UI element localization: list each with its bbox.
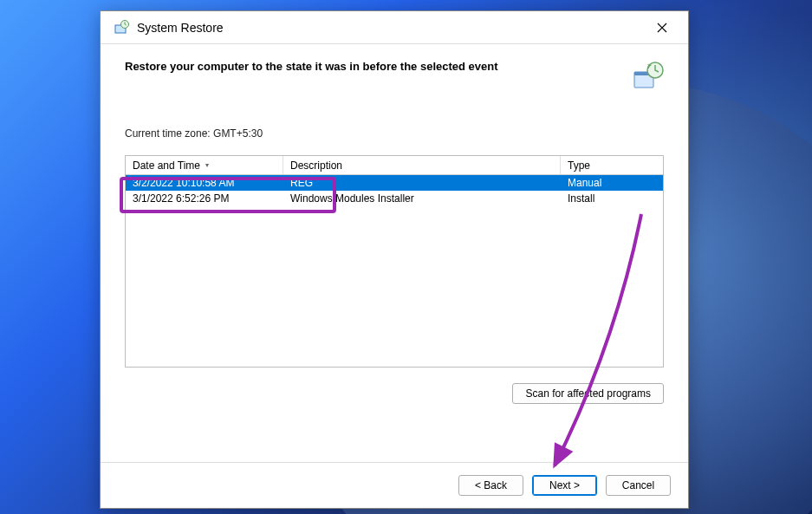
system-restore-dialog: System Restore Restore your computer to … (100, 10, 689, 509)
close-button[interactable] (645, 15, 679, 41)
dialog-heading: Restore your computer to the state it wa… (125, 60, 631, 73)
restore-point-row[interactable]: 3/2/2022 10:10:58 AM REG Manual (126, 175, 663, 191)
restore-big-icon (631, 60, 664, 93)
cell-datetime: 3/1/2022 6:52:26 PM (126, 191, 283, 206)
list-body: 3/2/2022 10:10:58 AM REG Manual 3/1/2022… (126, 175, 663, 206)
next-button[interactable]: Next > (532, 475, 597, 496)
sort-descending-icon: ▾ (205, 161, 209, 169)
column-header-description[interactable]: Description (283, 156, 561, 174)
timezone-label: Current time zone: GMT+5:30 (125, 127, 664, 140)
scan-affected-programs-button[interactable]: Scan for affected programs (512, 383, 664, 404)
restore-points-list: Date and Time ▾ Description Type 3/2/202… (125, 155, 664, 368)
column-header-type[interactable]: Type (561, 156, 663, 174)
scan-row: Scan for affected programs (125, 383, 664, 404)
dialog-content: Restore your computer to the state it wa… (101, 44, 688, 462)
cell-description: Windows Modules Installer (283, 191, 561, 206)
cell-description: REG (283, 175, 561, 191)
column-header-datetime[interactable]: Date and Time ▾ (126, 156, 283, 174)
back-button[interactable]: < Back (458, 475, 523, 496)
cell-datetime: 3/2/2022 10:10:58 AM (126, 175, 283, 191)
system-restore-title-icon (113, 19, 130, 36)
window-title: System Restore (137, 21, 645, 35)
header-row: Restore your computer to the state it wa… (125, 60, 664, 93)
restore-point-row[interactable]: 3/1/2022 6:52:26 PM Windows Modules Inst… (126, 191, 663, 206)
titlebar: System Restore (101, 11, 688, 44)
list-header: Date and Time ▾ Description Type (126, 156, 663, 175)
cell-type: Manual (561, 175, 663, 191)
cancel-button[interactable]: Cancel (606, 475, 671, 496)
dialog-footer: < Back Next > Cancel (101, 462, 688, 508)
cell-type: Install (561, 191, 663, 206)
